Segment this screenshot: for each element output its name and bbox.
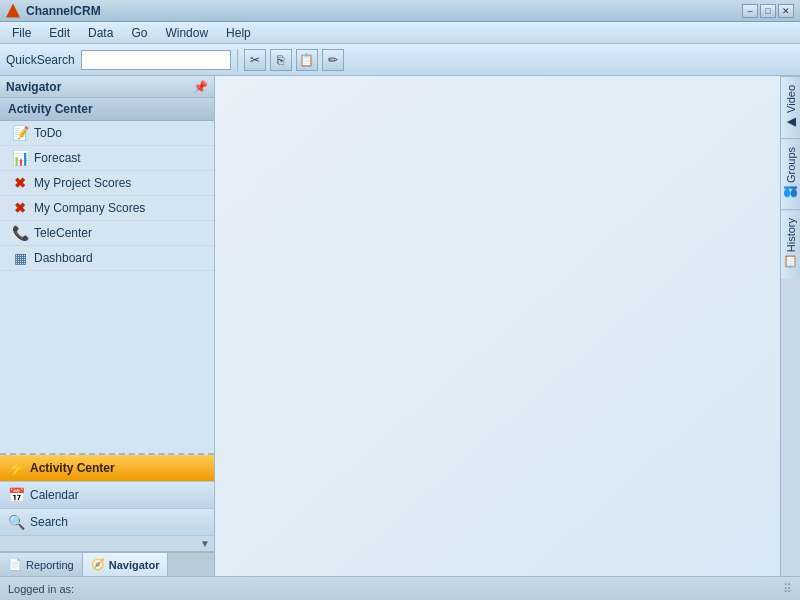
navigator-panel: Navigator 📌 Activity Center 📝 ToDo 📊 For… (0, 76, 215, 576)
minimize-button[interactable]: – (742, 4, 758, 18)
menu-edit[interactable]: Edit (41, 24, 78, 42)
quicksearch-label: QuickSearch (6, 53, 75, 67)
navigator-tab-label: Navigator (109, 559, 160, 571)
menu-bar: File Edit Data Go Window Help (0, 22, 800, 44)
close-button[interactable]: ✕ (778, 4, 794, 18)
nav-item-todo[interactable]: 📝 ToDo (0, 121, 214, 146)
content-area (215, 76, 780, 576)
copy-button[interactable]: ⎘ (270, 49, 292, 71)
activity-center-bottom-label: Activity Center (30, 461, 115, 475)
groups-sidebar-btn[interactable]: 👥 Groups (781, 138, 800, 209)
quicksearch-input[interactable] (81, 50, 231, 70)
activity-center-bottom-btn[interactable]: ⚡ Activity Center (0, 455, 214, 482)
maximize-button[interactable]: □ (760, 4, 776, 18)
calendar-bottom-btn[interactable]: 📅 Calendar (0, 482, 214, 509)
telecenter-icon: 📞 (12, 225, 28, 241)
nav-item-company-scores-label: My Company Scores (34, 201, 145, 215)
nav-item-forecast-label: Forecast (34, 151, 81, 165)
company-scores-icon: ✖ (12, 200, 28, 216)
activity-center-section-header: Activity Center (0, 98, 214, 121)
video-sidebar-btn[interactable]: ▶ Video (781, 76, 800, 138)
nav-tabs: 📄 Reporting 🧭 Navigator (0, 552, 214, 576)
navigator-header-label: Navigator (6, 80, 61, 94)
video-label: Video (785, 85, 797, 113)
groups-icon: 👥 (784, 186, 798, 201)
menu-file[interactable]: File (4, 24, 39, 42)
reporting-tab-label: Reporting (26, 559, 74, 571)
window-controls: – □ ✕ (742, 4, 794, 18)
cut-button[interactable]: ✂ (244, 49, 266, 71)
pin-icon[interactable]: 📌 (193, 80, 208, 94)
navigator-tab-icon: 🧭 (91, 558, 105, 571)
todo-icon: 📝 (12, 125, 28, 141)
project-scores-icon: ✖ (12, 175, 28, 191)
status-bar: Logged in as: ⠿ (0, 576, 800, 600)
right-sidebar: ▶ Video 👥 Groups 📋 History (780, 76, 800, 576)
resize-grip: ⠿ (783, 582, 792, 596)
nav-item-project-scores-label: My Project Scores (34, 176, 131, 190)
menu-go[interactable]: Go (123, 24, 155, 42)
calendar-bottom-label: Calendar (30, 488, 79, 502)
app-icon (6, 4, 20, 18)
navigator-tab[interactable]: 🧭 Navigator (83, 553, 169, 576)
navigator-header: Navigator 📌 (0, 76, 214, 98)
search-bottom-label: Search (30, 515, 68, 529)
nav-item-project-scores[interactable]: ✖ My Project Scores (0, 171, 214, 196)
app-title: ChannelCRM (26, 4, 742, 18)
nav-item-telecenter-label: TeleCenter (34, 226, 92, 240)
nav-bottom-dropdown[interactable]: ▼ (0, 536, 214, 552)
reporting-tab-icon: 📄 (8, 558, 22, 571)
nav-item-dashboard[interactable]: ▦ Dashboard (0, 246, 214, 271)
groups-label: Groups (785, 147, 797, 183)
activity-center-bottom-icon: ⚡ (8, 460, 24, 476)
logged-in-label: Logged in as: (8, 583, 74, 595)
toolbar: QuickSearch ✂ ⎘ 📋 ✏ (0, 44, 800, 76)
menu-window[interactable]: Window (157, 24, 216, 42)
calendar-bottom-icon: 📅 (8, 487, 24, 503)
reporting-tab[interactable]: 📄 Reporting (0, 553, 83, 576)
video-icon: ▶ (784, 116, 798, 130)
nav-item-company-scores[interactable]: ✖ My Company Scores (0, 196, 214, 221)
forecast-icon: 📊 (12, 150, 28, 166)
history-label: History (785, 218, 797, 252)
nav-item-telecenter[interactable]: 📞 TeleCenter (0, 221, 214, 246)
title-bar: ChannelCRM – □ ✕ (0, 0, 800, 22)
edit-button[interactable]: ✏ (322, 49, 344, 71)
search-bottom-btn[interactable]: 🔍 Search (0, 509, 214, 536)
dashboard-icon: ▦ (12, 250, 28, 266)
history-icon: 📋 (784, 255, 798, 270)
nav-item-todo-label: ToDo (34, 126, 62, 140)
menu-data[interactable]: Data (80, 24, 121, 42)
paste-button[interactable]: 📋 (296, 49, 318, 71)
nav-item-forecast[interactable]: 📊 Forecast (0, 146, 214, 171)
menu-help[interactable]: Help (218, 24, 259, 42)
dropdown-arrow[interactable]: ▼ (200, 538, 210, 549)
main-area: Navigator 📌 Activity Center 📝 ToDo 📊 For… (0, 76, 800, 576)
history-sidebar-btn[interactable]: 📋 History (781, 209, 800, 278)
nav-bottom: ⚡ Activity Center 📅 Calendar 🔍 Search ▼ (0, 453, 214, 552)
nav-item-dashboard-label: Dashboard (34, 251, 93, 265)
search-bottom-icon: 🔍 (8, 514, 24, 530)
nav-content: Activity Center 📝 ToDo 📊 Forecast ✖ My P… (0, 98, 214, 453)
toolbar-separator (237, 49, 238, 71)
